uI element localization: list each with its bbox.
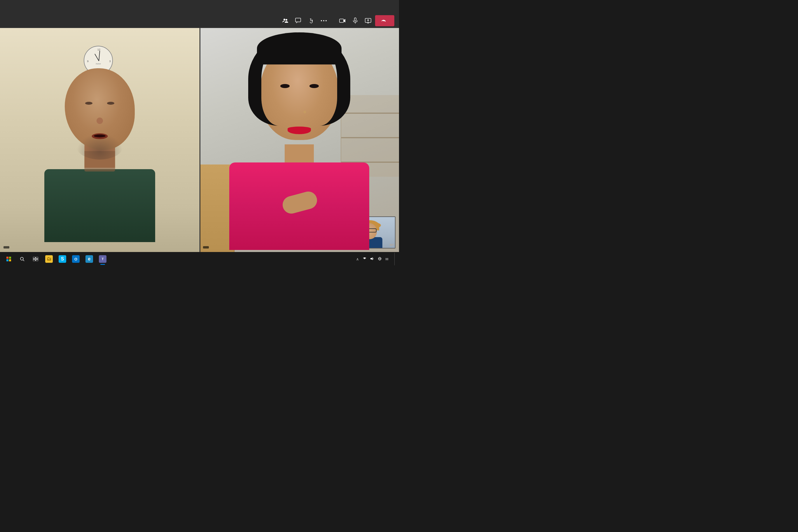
meeting-toolbar	[0, 14, 399, 28]
share-screen-button[interactable]	[362, 15, 374, 26]
svg-point-4	[323, 20, 324, 21]
video-icon	[339, 18, 346, 23]
video-panel-nicholas: 12 3 6 9 home	[0, 28, 200, 252]
notification-area: ∧ ✉	[355, 256, 390, 262]
show-desktop-button[interactable]	[394, 252, 397, 265]
svg-point-5	[325, 20, 327, 21]
svg-line-17	[23, 260, 24, 261]
svg-rect-6	[340, 19, 344, 22]
svg-point-1	[286, 19, 287, 21]
raise-hand-button[interactable]	[305, 15, 317, 26]
more-options-icon	[321, 20, 327, 21]
ie-icon: e	[86, 255, 93, 263]
start-button[interactable]	[2, 252, 15, 265]
raise-hand-icon	[308, 18, 314, 24]
svg-rect-15	[390, 244, 392, 246]
windows-logo	[6, 256, 11, 261]
nicholas-name-label	[3, 246, 10, 248]
search-icon	[20, 256, 24, 261]
microphone-button[interactable]	[349, 15, 361, 26]
svg-rect-19	[36, 257, 38, 259]
svg-rect-21	[36, 259, 38, 261]
taskbar-app-explorer[interactable]: 🗂	[43, 252, 55, 265]
taskbar-app-outlook[interactable]: O	[70, 252, 82, 265]
taskbar-app-ie[interactable]: e	[83, 252, 96, 265]
megan-name-label	[203, 246, 209, 248]
explorer-icon: 🗂	[45, 255, 53, 263]
title-bar	[0, 0, 399, 14]
minimize-button[interactable]	[350, 0, 364, 14]
video-panel-megan	[200, 28, 399, 252]
taskbar: 🗂 S O e T ∧	[0, 252, 399, 266]
chat-icon	[295, 18, 301, 24]
video-button[interactable]	[337, 15, 348, 26]
more-options-button[interactable]	[318, 15, 329, 26]
chat-button[interactable]	[292, 15, 304, 26]
participants-icon	[282, 18, 288, 24]
svg-point-0	[284, 19, 285, 20]
megan-video-content	[200, 28, 399, 252]
outlook-icon: O	[72, 255, 80, 263]
task-view-icon	[33, 257, 38, 261]
share-screen-icon	[365, 18, 371, 23]
message-icon[interactable]: ✉	[384, 256, 390, 262]
svg-rect-20	[33, 259, 35, 261]
close-button[interactable]	[382, 0, 396, 14]
svg-rect-7	[354, 18, 356, 21]
teams-icon: T	[99, 255, 107, 263]
pip-camera-icon	[390, 243, 394, 247]
nicholas-video-content	[0, 28, 200, 252]
chevron-up-icon[interactable]: ∧	[355, 256, 360, 262]
leave-button[interactable]	[375, 15, 394, 26]
participants-button[interactable]	[280, 15, 291, 26]
svg-marker-22	[370, 257, 373, 260]
window-controls	[350, 0, 396, 14]
maximize-button[interactable]	[366, 0, 380, 14]
skype-icon: S	[59, 255, 66, 263]
network-icon[interactable]	[361, 256, 368, 262]
active-app-indicator	[100, 264, 105, 265]
volume-icon[interactable]	[369, 256, 375, 262]
microphone-icon	[353, 18, 358, 24]
svg-point-3	[321, 20, 322, 21]
language-icon[interactable]	[377, 256, 383, 262]
svg-rect-18	[33, 257, 35, 259]
svg-rect-2	[296, 18, 301, 22]
search-button[interactable]	[16, 252, 28, 265]
phone-leave-icon	[381, 19, 386, 22]
svg-point-16	[20, 257, 23, 260]
video-divider	[200, 28, 201, 252]
task-view-button[interactable]	[29, 252, 42, 265]
taskbar-app-skype[interactable]: S	[56, 252, 69, 265]
taskbar-app-teams[interactable]: T	[96, 252, 109, 265]
video-area: 12 3 6 9 home	[0, 28, 399, 252]
